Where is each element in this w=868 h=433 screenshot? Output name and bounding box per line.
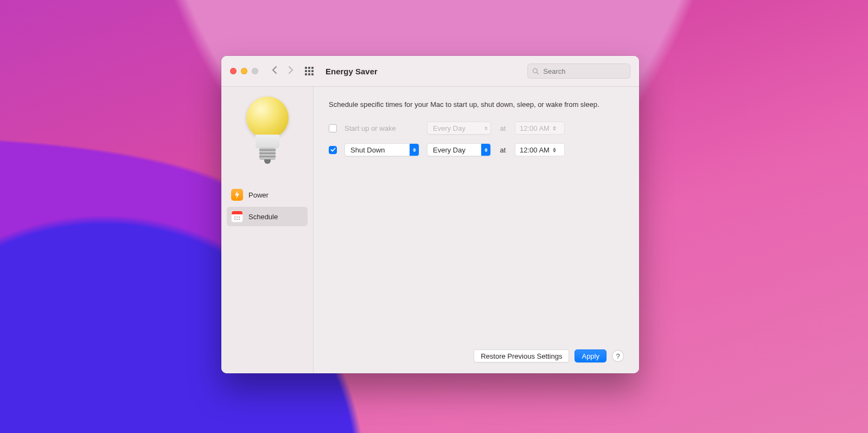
schedule-row-shutdown: Shut Down Every Day at 12:00 AM [329, 143, 624, 156]
preferences-window: Energy Saver Power [221, 56, 639, 373]
titlebar: Energy Saver [221, 56, 639, 87]
forward-button[interactable] [288, 66, 294, 77]
shutdown-action-select[interactable]: Shut Down [344, 143, 419, 156]
sidebar-item-label: Power [248, 191, 269, 199]
at-label: at [499, 146, 507, 154]
startup-label: Start up or wake [344, 124, 419, 132]
restore-button[interactable]: Restore Previous Settings [474, 349, 569, 362]
footer: Restore Previous Settings Apply ? [329, 349, 624, 362]
show-all-icon[interactable] [305, 67, 314, 75]
sidebar: Power Schedule [221, 87, 314, 373]
chevron-updown-icon [410, 144, 419, 156]
sidebar-item-power[interactable]: Power [227, 185, 308, 205]
lightbulb-icon [246, 97, 289, 170]
description-text: Schedule specific times for your Mac to … [329, 100, 622, 110]
shutdown-time-stepper[interactable]: 12:00 AM [515, 143, 565, 156]
startup-day-select[interactable]: Every Day [427, 122, 491, 135]
help-button[interactable]: ? [612, 350, 624, 362]
close-icon[interactable] [230, 68, 237, 74]
minimize-icon[interactable] [241, 68, 247, 74]
search-icon [532, 67, 539, 75]
search-field[interactable] [527, 63, 630, 79]
back-button[interactable] [271, 66, 277, 77]
startup-checkbox[interactable] [329, 124, 337, 132]
nav-buttons [271, 66, 294, 77]
apply-button[interactable]: Apply [575, 349, 607, 362]
calendar-icon [231, 211, 243, 222]
chevron-updown-icon [481, 122, 490, 134]
chevron-updown-icon [481, 144, 490, 156]
shutdown-day-select[interactable]: Every Day [427, 143, 491, 156]
schedule-row-startup: Start up or wake Every Day at 12:00 AM [329, 122, 624, 135]
search-input[interactable] [543, 67, 626, 75]
zoom-icon[interactable] [252, 68, 258, 74]
window-controls [230, 68, 258, 74]
window-title: Energy Saver [326, 67, 378, 76]
stepper-icon [553, 126, 556, 131]
desktop-wallpaper: Energy Saver Power [0, 0, 868, 433]
sidebar-item-label: Schedule [248, 213, 278, 221]
svg-line-1 [537, 72, 538, 74]
stepper-icon [553, 148, 556, 152]
power-icon [231, 189, 243, 201]
window-body: Power Schedule Schedule specific times f… [221, 87, 639, 373]
startup-time-stepper[interactable]: 12:00 AM [515, 122, 565, 135]
content-pane: Schedule specific times for your Mac to … [314, 87, 639, 373]
sidebar-item-schedule[interactable]: Schedule [227, 207, 308, 226]
at-label: at [499, 124, 507, 132]
shutdown-checkbox[interactable] [329, 146, 337, 154]
